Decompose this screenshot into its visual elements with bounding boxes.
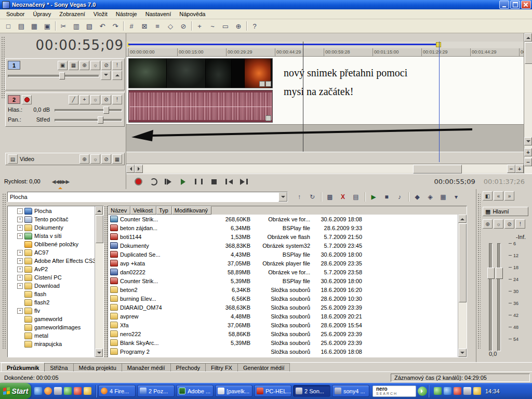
taskbar-task-button[interactable]: Adobe ... bbox=[176, 385, 214, 397]
track-motion-icon[interactable]: ▣ bbox=[58, 61, 68, 70]
scroll-down-icon[interactable] bbox=[458, 349, 467, 357]
separator[interactable] bbox=[54, 21, 57, 31]
menu-item[interactable]: Zobrazení bbox=[55, 10, 89, 18]
expand-toggle-icon[interactable]: + bbox=[17, 283, 23, 289]
copy-icon[interactable]: ▥ bbox=[70, 20, 83, 32]
views-dropdown-icon[interactable]: ▾ bbox=[450, 191, 462, 203]
tree-item[interactable]: + flv bbox=[17, 307, 95, 315]
cut-icon[interactable]: ✂ bbox=[57, 20, 70, 32]
audio-track-header[interactable]: 2 ╱+☼⊘! Hlas.: 0,0 dB Pan.: Střed bbox=[5, 92, 125, 127]
fader-left[interactable] bbox=[489, 243, 493, 351]
play-button[interactable] bbox=[177, 176, 191, 188]
go-to-end-button[interactable] bbox=[237, 176, 251, 188]
separator[interactable] bbox=[245, 21, 248, 31]
redo-icon[interactable]: ↷ bbox=[109, 20, 122, 32]
file-row[interactable]: avprew 4,48MB Složka souborů 18.6.2009 2… bbox=[108, 312, 458, 321]
nero-search-go-icon[interactable] bbox=[418, 387, 427, 396]
stop-preview-icon[interactable]: ■ bbox=[380, 191, 393, 203]
separator[interactable] bbox=[319, 191, 323, 203]
file-row[interactable]: Counter Strik... 5,39MB BSPlay file 30.6… bbox=[108, 276, 458, 285]
file-row[interactable]: burning Elev... 6,56KB Složka souborů 28… bbox=[108, 294, 458, 303]
expand-toggle-icon[interactable]: + bbox=[17, 233, 23, 239]
mixer-io-icon[interactable]: ◧ bbox=[483, 191, 493, 201]
close-button[interactable] bbox=[521, 1, 531, 9]
menu-item[interactable]: Nastavení bbox=[141, 10, 176, 18]
taskbar-task-button[interactable]: sony4 ... bbox=[332, 385, 369, 397]
mixer-scroll-left-icon[interactable]: « bbox=[494, 191, 503, 201]
playback-cursor[interactable] bbox=[439, 42, 440, 162]
mixer-scroll-right-icon[interactable]: » bbox=[504, 191, 514, 201]
taskbar-task-button[interactable]: 2 Poz... bbox=[137, 385, 175, 397]
file-row[interactable]: nero222 58,86KB Složka souborů 25.6.2009… bbox=[108, 329, 458, 338]
pause-button[interactable] bbox=[192, 176, 206, 188]
dock-tab[interactable]: Filtry FX bbox=[205, 363, 238, 371]
end-time-display[interactable]: 00:01:37;26 bbox=[484, 178, 525, 185]
file-row[interactable]: beton2 6,34KB Složka souborů 18.6.2009 1… bbox=[108, 285, 458, 294]
scroll-right-icon[interactable] bbox=[135, 165, 143, 173]
tray-update-icon[interactable] bbox=[444, 387, 451, 395]
vscroll-thumb[interactable] bbox=[459, 223, 467, 302]
tree-item[interactable]: + Download bbox=[17, 282, 95, 290]
project-properties-icon[interactable]: ▣ bbox=[41, 20, 54, 32]
tree-item[interactable]: + Adobe After Effects CS3 bbox=[17, 257, 95, 265]
file-row[interactable]: Duplicated Se... 4,43MB BSPlay file 30.6… bbox=[108, 250, 458, 259]
rate-scrub-control[interactable]: ◀◀◆▶▶ bbox=[52, 179, 69, 184]
video-track-header[interactable]: 1 ▣▦⊕☼⊘! bbox=[5, 58, 125, 90]
tree-item[interactable]: Oblíbené položky bbox=[17, 240, 95, 248]
folder-tree[interactable]: - Plocha + Tento počítač + Dokumenty bbox=[7, 206, 104, 357]
file-row[interactable]: Blank SkyArc... 5,39MB Složka souborů 25… bbox=[108, 338, 458, 347]
zoom-edit-tool-icon[interactable]: ⊕ bbox=[232, 20, 245, 32]
timeline[interactable]: 00:00:00:0000:00:15:0000:00:29:2900:00:4… bbox=[126, 33, 524, 174]
fader-thumb[interactable] bbox=[487, 268, 495, 279]
track-minimize-icon[interactable] bbox=[101, 71, 111, 80]
tree-item[interactable]: - Plocha bbox=[17, 207, 95, 215]
ignore-grouping-icon[interactable]: ⊘ bbox=[177, 20, 190, 32]
tray-volume-icon[interactable] bbox=[463, 387, 471, 395]
loop-playback-button[interactable] bbox=[147, 176, 161, 188]
scroll-down-icon[interactable] bbox=[95, 349, 103, 357]
tree-list-splitter[interactable] bbox=[104, 206, 108, 357]
track-settings-icon[interactable]: ☼ bbox=[90, 95, 100, 104]
nero-search-widget[interactable]: nero SEARCH bbox=[373, 385, 416, 397]
auto-ripple-icon[interactable]: ≡ bbox=[151, 20, 164, 32]
file-row[interactable]: Programy 2 Složka souborů 16.6.2009 18:0… bbox=[108, 347, 458, 356]
zoom-out-icon[interactable]: − bbox=[507, 165, 515, 173]
menu-item[interactable]: Nápověda bbox=[175, 10, 209, 18]
dock-handle[interactable] bbox=[477, 193, 481, 349]
dock-handle[interactable] bbox=[2, 193, 6, 349]
solo-icon[interactable]: ! bbox=[112, 61, 122, 70]
delete-icon[interactable]: X bbox=[337, 191, 349, 203]
menu-item[interactable]: Nástroje bbox=[112, 10, 141, 18]
mixer-settings-icon[interactable]: ☼ bbox=[494, 219, 503, 229]
automation-settings-icon[interactable]: ⊕ bbox=[79, 61, 89, 70]
timeline-vscrollbar[interactable]: + − bbox=[524, 33, 532, 174]
video-bus-track[interactable]: ▤ Video ⊕☼⊘▦ bbox=[5, 153, 125, 165]
tray-messenger-icon[interactable] bbox=[454, 387, 461, 395]
column-header[interactable]: Název bbox=[108, 206, 130, 215]
enable-snapping-icon[interactable]: # bbox=[125, 20, 138, 32]
separator[interactable] bbox=[190, 21, 193, 31]
zoom-in-icon[interactable]: + bbox=[515, 165, 524, 173]
auto-crossfade-icon[interactable]: ⊠ bbox=[138, 20, 151, 32]
track-level-slider[interactable] bbox=[8, 72, 99, 78]
column-header[interactable]: Typ bbox=[156, 206, 172, 215]
audio-event-clip[interactable] bbox=[128, 90, 273, 123]
menu-item[interactable]: Úpravy bbox=[29, 10, 55, 18]
mute-icon[interactable]: ⊘ bbox=[101, 95, 111, 104]
expand-toggle-icon[interactable]: + bbox=[17, 250, 23, 256]
media-manager-icon[interactable]: ◈ bbox=[424, 191, 436, 203]
menu-item[interactable]: Soubor bbox=[2, 10, 29, 18]
time-ruler[interactable]: 00:00:00:0000:00:15:0000:00:29:2900:00:4… bbox=[126, 48, 524, 57]
address-combobox[interactable]: Plocha bbox=[7, 192, 288, 202]
event-pan-crop-icon[interactable] bbox=[259, 81, 265, 87]
undo-icon[interactable]: ↶ bbox=[96, 20, 109, 32]
tree-item[interactable]: flash bbox=[17, 290, 95, 298]
tree-item[interactable]: + Místa v síti bbox=[17, 232, 95, 240]
quick-launch-browser-icon[interactable] bbox=[34, 387, 42, 395]
expand-toggle-icon[interactable]: + bbox=[17, 225, 23, 231]
column-header[interactable]: Velikost bbox=[130, 206, 156, 215]
taskbar-task-button[interactable]: 2 Son... bbox=[293, 385, 330, 397]
maximize-button[interactable] bbox=[510, 1, 520, 9]
play-from-start-button[interactable] bbox=[162, 176, 176, 188]
fader-thumb[interactable] bbox=[496, 268, 503, 279]
